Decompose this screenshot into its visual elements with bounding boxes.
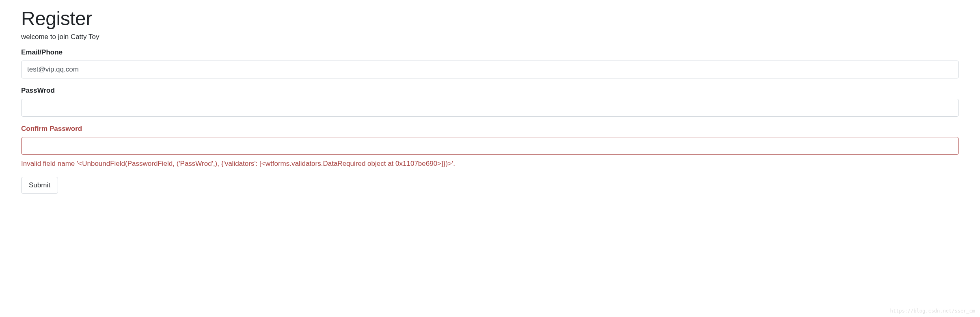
email-field[interactable]: [21, 61, 959, 78]
email-label: Email/Phone: [21, 48, 959, 56]
confirm-password-error: Invalid field name '<UnboundField(Passwo…: [21, 159, 959, 169]
password-group: PassWrod: [21, 87, 959, 117]
email-group: Email/Phone: [21, 48, 959, 78]
confirm-password-label: Confirm Password: [21, 125, 959, 133]
confirm-password-group: Confirm Password Invalid field name '<Un…: [21, 125, 959, 169]
page-title: Register: [21, 7, 959, 30]
password-field[interactable]: [21, 99, 959, 117]
confirm-password-field[interactable]: [21, 137, 959, 155]
page-subtitle: welcome to join Catty Toy: [21, 33, 959, 41]
submit-button[interactable]: Submit: [21, 177, 58, 194]
password-label: PassWrod: [21, 87, 959, 95]
